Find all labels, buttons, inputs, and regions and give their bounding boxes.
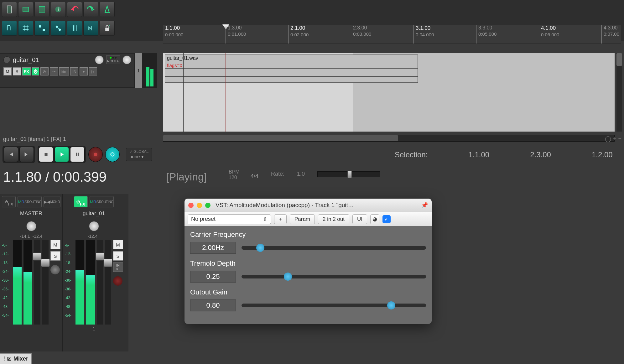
channel-fader[interactable] [42,240,49,325]
param-value[interactable]: 0.80 [190,299,236,311]
timeline-tick[interactable]: 3.3.000:05.000 [476,25,497,44]
timeline-tick[interactable]: 4.3.000:07.00 [601,25,619,44]
stop-button[interactable] [39,147,53,162]
timeline-tick[interactable]: 1.3.000:01.000 [226,25,246,44]
channel-pan-knob[interactable] [89,221,99,231]
channel-fx-button[interactable]: ⏻FX [2,196,16,207]
minimize-icon[interactable] [197,203,202,208]
fullscreen-icon[interactable] [205,203,211,208]
track-name[interactable]: guitar_01 [13,56,92,64]
plugin-titlebar[interactable]: VST: AmplitudeModulation (paccpp) - Trac… [185,199,432,212]
rate-slider[interactable] [317,171,380,177]
relative-snap-button[interactable] [51,21,66,36]
plugin-window[interactable]: VST: AmplitudeModulation (paccpp) - Trac… [185,199,432,324]
channel-mute-button[interactable]: M [113,240,123,249]
timeline-tick[interactable]: 1.1.000:00.000 [163,25,183,44]
quantize-button[interactable] [34,21,49,36]
channel-pan-knob[interactable] [26,221,36,231]
vertical-scrollbar[interactable] [616,53,622,132]
record-arm-button[interactable] [3,56,10,63]
param-button[interactable]: Param [290,214,315,224]
loop-button[interactable] [105,147,120,162]
channel-routing-button[interactable]: M R SROUTING [18,196,42,207]
audio-clip[interactable]: guitar_01.wav flags=0 [165,55,418,83]
track-pan-knob[interactable] [122,55,131,64]
preset-select[interactable]: No preset⇳ [188,214,271,224]
timeline-tick[interactable]: 2.1.000:02.000 [288,25,309,44]
zoom-controls[interactable]: ◯+− [605,135,621,142]
mixer-tab[interactable]: ! ⊠ Mixer [0,353,32,364]
preset-add-button[interactable]: + [274,214,287,224]
gear-icon[interactable] [50,265,60,274]
mute-button[interactable]: M [3,67,12,75]
input-button[interactable]: IN [70,67,78,75]
channel-mute-button[interactable]: M [50,240,60,249]
channel-fader[interactable] [105,240,111,325]
input-dropdown[interactable]: ▾ [80,67,88,75]
track-volume-knob[interactable] [95,55,104,64]
channel-fader[interactable] [97,240,103,325]
param-value[interactable]: 0.25 [190,271,236,283]
lock-button[interactable] [100,21,115,36]
io-button[interactable]: 2 in 2 out [318,214,349,224]
route-button[interactable]: ROUTE [106,55,120,64]
trim-button[interactable]: trim [59,67,69,75]
timeline-tick[interactable]: 2.3.000:03.000 [351,25,371,44]
timeline-tick[interactable]: 4.1.000:06.000 [539,25,559,44]
param-slider[interactable] [242,275,426,278]
timesig-display[interactable]: 4/4 [251,173,258,179]
pause-button[interactable] [70,147,85,162]
new-project-button[interactable] [2,2,17,17]
close-tab-icon[interactable]: ⊠ [7,355,12,362]
ui-button[interactable]: UI [352,214,367,224]
selection-length[interactable]: 1.2.00 [592,150,613,159]
fx-bypass-button[interactable]: ⏻ [32,67,39,75]
gridlines-button[interactable] [67,21,82,36]
channel-fader[interactable] [34,240,40,325]
close-icon[interactable] [188,203,194,208]
open-project-button[interactable] [18,2,33,17]
param-slider[interactable] [242,304,426,307]
channel-mono-button[interactable]: ▶◀MONO [44,196,60,207]
pin-icon[interactable]: 📌 [421,202,428,209]
project-info-button[interactable]: i [51,2,66,17]
channel-solo-button[interactable]: S [50,251,60,261]
bpm-display[interactable]: BPM 120 [229,169,240,180]
redo-button[interactable] [83,2,98,17]
monitor-button[interactable]: ▷ [89,67,97,75]
channel-fx-button[interactable]: ⏻FX [74,196,88,207]
fx-button[interactable]: FX [22,67,31,75]
record-button[interactable] [88,147,103,162]
ripple-edit-button[interactable] [83,21,98,36]
zoom-reset-icon[interactable]: ◯ [605,135,611,142]
enabled-checkbox[interactable]: ✓ [382,215,391,223]
selection-end[interactable]: 2.3.00 [530,150,551,159]
zoom-out-icon[interactable]: − [618,135,621,142]
undo-button[interactable] [67,2,82,17]
go-end-button[interactable] [19,147,34,162]
selection-start[interactable]: 1.1.00 [468,150,489,159]
track-number[interactable]: 1 [135,53,142,88]
edit-cursor[interactable] [183,53,184,132]
metronome-button[interactable] [100,2,115,17]
channel-record-button[interactable] [113,276,122,286]
save-project-button[interactable] [34,2,49,17]
channel-solo-button[interactable]: S [113,251,123,261]
timeline-ruler[interactable]: 1.1.000:00.0001.3.000:01.0002.1.000:02.0… [163,25,621,44]
bypass-knob[interactable]: ◕ [370,214,379,224]
play-button[interactable] [55,147,69,162]
phase-button[interactable]: ⊘ [40,67,49,75]
param-value[interactable]: 2.00Hz [190,242,236,254]
grid-button[interactable] [18,21,33,36]
automation-mode[interactable]: ⤢ GLOBAL none ▾ [126,148,152,161]
envelope-button[interactable]: 〰 [50,67,58,75]
channel-routing-button[interactable]: M R SROUTING [90,196,114,207]
channel-input-button[interactable]: IN▾ [113,263,123,272]
param-slider[interactable] [242,246,426,250]
zoom-in-icon[interactable]: + [613,135,616,142]
snap-button[interactable] [2,21,17,36]
timeline-tick[interactable]: 3.1.000:04.000 [413,25,434,44]
arrange-area[interactable]: guitar_01.wav flags=0 [163,53,615,132]
time-display[interactable]: 1.1.80 / 0:00.399 [3,169,107,185]
go-start-button[interactable] [4,147,18,162]
